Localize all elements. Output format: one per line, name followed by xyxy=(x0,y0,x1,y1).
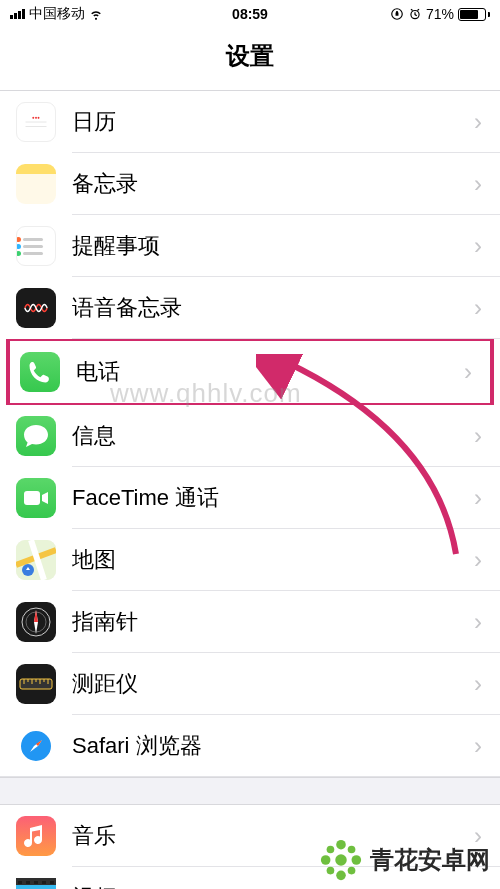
svg-rect-22 xyxy=(16,885,56,889)
row-safari[interactable]: Safari 浏览器 › xyxy=(0,715,500,777)
chevron-right-icon: › xyxy=(474,608,482,636)
signal-icon xyxy=(10,9,25,19)
status-bar: 中国移动 08:59 71% xyxy=(0,0,500,28)
chevron-right-icon: › xyxy=(464,358,472,386)
row-maps[interactable]: 地图 › xyxy=(0,529,500,591)
chevron-right-icon: › xyxy=(474,170,482,198)
alarm-icon xyxy=(408,7,422,21)
music-icon xyxy=(16,816,56,856)
safari-icon xyxy=(16,726,56,766)
chevron-right-icon: › xyxy=(474,484,482,512)
measure-icon xyxy=(16,664,56,704)
row-label: 地图 xyxy=(72,545,474,575)
row-measure[interactable]: 测距仪 › xyxy=(0,653,500,715)
chevron-right-icon: › xyxy=(474,884,482,889)
row-calendar[interactable]: ●●● 日历 › xyxy=(0,91,500,153)
svg-rect-28 xyxy=(42,881,46,884)
row-compass[interactable]: 指南针 › xyxy=(0,591,500,653)
maps-icon xyxy=(16,540,56,580)
group-separator xyxy=(0,777,500,805)
reminders-icon xyxy=(16,226,56,266)
row-label: Safari 浏览器 xyxy=(72,731,474,761)
wifi-icon xyxy=(89,7,103,21)
status-left: 中国移动 xyxy=(10,5,103,23)
row-label: 信息 xyxy=(72,421,474,451)
chevron-right-icon: › xyxy=(474,422,482,450)
settings-group-2: 音乐 › 视频 › xyxy=(0,805,500,889)
svg-rect-6 xyxy=(24,491,40,505)
facetime-icon xyxy=(16,478,56,518)
svg-rect-27 xyxy=(34,881,38,884)
row-music[interactable]: 音乐 › xyxy=(0,805,500,867)
chevron-right-icon: › xyxy=(474,108,482,136)
notes-icon xyxy=(16,164,56,204)
chevron-right-icon: › xyxy=(474,822,482,850)
row-label: 电话 xyxy=(76,357,464,387)
row-label: 音乐 xyxy=(72,821,474,851)
row-video[interactable]: 视频 › xyxy=(0,867,500,889)
compass-icon xyxy=(16,602,56,642)
row-label: 视频 xyxy=(72,883,474,889)
phone-icon xyxy=(20,352,60,392)
svg-text:●●●: ●●● xyxy=(32,115,40,120)
chevron-right-icon: › xyxy=(474,232,482,260)
status-time: 08:59 xyxy=(232,6,268,22)
battery-percent: 71% xyxy=(426,6,454,22)
battery-icon xyxy=(458,8,490,21)
chevron-right-icon: › xyxy=(474,732,482,760)
row-facetime[interactable]: FaceTime 通话 › xyxy=(0,467,500,529)
carrier-label: 中国移动 xyxy=(29,5,85,23)
row-label: FaceTime 通话 xyxy=(72,483,474,513)
chevron-right-icon: › xyxy=(474,670,482,698)
chevron-right-icon: › xyxy=(474,294,482,322)
svg-rect-26 xyxy=(26,881,30,884)
row-phone[interactable]: 电话 › xyxy=(10,341,490,403)
video-icon xyxy=(16,878,56,889)
voice-memos-icon xyxy=(16,288,56,328)
settings-group-1: ●●● 日历 › 备忘录 › 提醒事项 › 语音备忘录 › 电话 › xyxy=(0,91,500,777)
chevron-right-icon: › xyxy=(474,546,482,574)
row-label: 日历 xyxy=(72,107,474,137)
nav-header: 设置 xyxy=(0,28,500,91)
row-label: 指南针 xyxy=(72,607,474,637)
row-notes[interactable]: 备忘录 › xyxy=(0,153,500,215)
row-label: 提醒事项 xyxy=(72,231,474,261)
calendar-icon: ●●● xyxy=(16,102,56,142)
row-reminders[interactable]: 提醒事项 › xyxy=(0,215,500,277)
row-label: 备忘录 xyxy=(72,169,474,199)
svg-rect-25 xyxy=(18,881,22,884)
svg-rect-29 xyxy=(50,881,54,884)
row-voice-memos[interactable]: 语音备忘录 › xyxy=(0,277,500,339)
messages-icon xyxy=(16,416,56,456)
page-title: 设置 xyxy=(0,40,500,72)
status-right: 71% xyxy=(390,6,490,22)
row-label: 语音备忘录 xyxy=(72,293,474,323)
annotation-highlight: 电话 › xyxy=(6,337,494,407)
row-messages[interactable]: 信息 › xyxy=(0,405,500,467)
row-label: 测距仪 xyxy=(72,669,474,699)
orientation-lock-icon xyxy=(390,7,404,21)
